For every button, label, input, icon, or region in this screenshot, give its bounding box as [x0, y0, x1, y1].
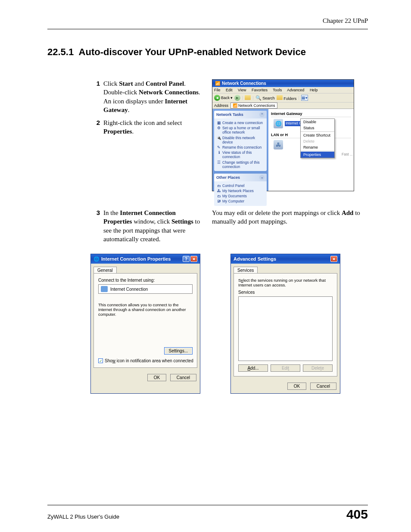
task-setup-network[interactable]: ⚙Set up a home or small office network — [217, 125, 264, 135]
side-pane: Network Tasks ⌃ ▦Create a new connection… — [212, 109, 268, 191]
menu-file[interactable]: File — [214, 88, 221, 92]
services-listbox[interactable] — [238, 296, 333, 361]
services-description: Select the services running on your netw… — [238, 278, 333, 287]
menu-favorites[interactable]: Favorites — [252, 88, 268, 92]
advanced-settings-dialog: Advanced Settings ✕ Services Select the … — [230, 254, 340, 394]
ctx-status[interactable]: Status — [301, 125, 334, 131]
internet-connection-properties-dialog: 🌐Internet Connection Properties ? ✕ Gene… — [90, 254, 200, 394]
dialog-title: Advanced Settings — [234, 256, 276, 261]
search-button[interactable]: 🔍 Search — [255, 95, 275, 101]
address-icon: 📶 — [233, 103, 237, 108]
cancel-button[interactable]: Cancel — [170, 374, 196, 381]
step-body: Right-click the icon and select Properti… — [103, 118, 203, 136]
place-control-panel[interactable]: 🗀Control Panel — [217, 183, 264, 188]
ok-button[interactable]: OK — [287, 383, 306, 390]
task-view-status[interactable]: ℹView status of this connection — [217, 150, 264, 159]
folders-button[interactable]: Folders — [277, 95, 297, 101]
tab-general[interactable]: General — [93, 267, 117, 274]
services-label: Services — [238, 290, 333, 295]
task-disable-device[interactable]: 🔌Disable this network device — [217, 135, 264, 145]
truncated-text: Fast ... — [342, 152, 353, 156]
step-body: Click Start and Control Panel. Double-cl… — [103, 79, 203, 114]
step-number: 2 — [90, 118, 100, 136]
dialog-title: Internet Connection Properties — [101, 256, 171, 261]
up-button[interactable] — [245, 95, 251, 101]
panel-header[interactable]: Other Places ⌄ — [214, 174, 267, 181]
cancel-button[interactable]: Cancel — [310, 383, 336, 390]
place-my-documents[interactable]: 🗀My Documents — [217, 193, 264, 199]
task-change-settings[interactable]: ☰Change settings of this connection — [217, 160, 264, 169]
connection-field-icon — [101, 286, 108, 292]
main-pane: Internet Gateway 🌐 Internet Connection L… — [268, 109, 354, 191]
step-1: 1 Click Start and Control Panel. Double-… — [90, 79, 203, 114]
ctx-disable[interactable]: Disable — [301, 119, 334, 125]
step-2: 2 Right-click the icon and select Proper… — [90, 118, 203, 136]
settings-button[interactable]: Settings... — [164, 347, 193, 355]
task-create-connection[interactable]: ▦Create a new connection — [217, 120, 264, 125]
menu-view[interactable]: View — [238, 88, 246, 92]
address-value: Network Connections — [238, 103, 275, 108]
context-menu[interactable]: Disable Status Create Shortcut Delete Re… — [300, 118, 335, 158]
place-my-computer[interactable]: 🖳My Computer — [217, 199, 264, 204]
close-button[interactable]: ✕ — [330, 256, 337, 262]
step-number: 1 — [90, 79, 100, 114]
ctx-delete: Delete — [301, 138, 334, 144]
dialog-titlebar[interactable]: 🌐Internet Connection Properties ? ✕ — [91, 254, 200, 264]
window-title: Network Connections — [222, 81, 266, 86]
menu-edit[interactable]: Edit — [226, 88, 233, 92]
toolbar: ◄ Back ▾ ► | | 🔍 Search Folders | ▦▾ — [212, 93, 354, 103]
footer-page-number: 405 — [346, 507, 368, 522]
folders-icon — [277, 95, 283, 100]
connection-icon: 🖧 — [274, 140, 283, 149]
close-button[interactable]: ✕ — [190, 256, 197, 262]
ctx-rename[interactable]: Rename — [301, 144, 334, 150]
dialog-icon: 🌐 — [93, 256, 100, 262]
network-tasks-panel: Network Tasks ⌃ ▦Create a new connection… — [214, 111, 267, 171]
delete-button: Delete — [303, 364, 333, 372]
panel-header[interactable]: Network Tasks ⌃ — [214, 111, 267, 118]
address-bar[interactable]: Address 📶 Network Connections — [212, 103, 354, 109]
dialog-titlebar[interactable]: Advanced Settings ✕ — [231, 254, 340, 264]
footer-guide-name: ZyWALL 2 Plus User's Guide — [47, 513, 119, 520]
connect-using-label: Connect to the Internet using: — [98, 278, 193, 283]
show-icon-checkbox[interactable]: ✓ Show icon in notification area when co… — [98, 358, 193, 363]
views-button[interactable]: ▦▾ — [301, 95, 308, 101]
page-footer: ZyWALL 2 Plus User's Guide 405 — [47, 505, 368, 522]
section-heading: 22.5.1 Auto-discover Your UPnP-enabled N… — [47, 47, 368, 58]
menu-bar[interactable]: File Edit View Favorites Tools Advanced … — [212, 87, 354, 93]
tab-services[interactable]: Services — [234, 267, 258, 274]
step-body: In the Internet Connection Properties wi… — [103, 208, 203, 243]
place-network-places[interactable]: 🖧My Network Places — [217, 188, 264, 193]
other-places-panel: Other Places ⌄ 🗀Control Panel 🖧My Networ… — [214, 174, 267, 206]
step-number: 3 — [90, 208, 100, 243]
section-title: Auto-discover Your UPnP-enabled Network … — [79, 47, 306, 57]
collapse-icon[interactable]: ⌃ — [259, 112, 265, 117]
address-label: Address — [214, 103, 228, 108]
right-note: You may edit or delete the port mappings… — [212, 208, 368, 226]
step-3: 3 In the Internet Connection Properties … — [90, 208, 203, 243]
forward-button[interactable]: ► — [234, 95, 240, 101]
checkbox-icon: ✓ — [98, 358, 103, 363]
search-icon: 🔍 — [255, 95, 262, 100]
connection-field[interactable]: Internet Connection — [98, 284, 193, 294]
menu-tools[interactable]: Tools — [273, 88, 282, 92]
section-number: 22.5.1 — [47, 47, 74, 57]
up-folder-icon — [245, 95, 251, 100]
menu-help[interactable]: Help — [310, 88, 318, 92]
group-internet-gateway: Internet Gateway — [271, 111, 351, 117]
task-rename-connection[interactable]: ✎Rename this connection — [217, 145, 264, 150]
back-icon: ◄ — [214, 95, 220, 101]
header-rule — [47, 29, 368, 29]
back-button[interactable]: ◄ Back ▾ — [214, 95, 233, 101]
add-button[interactable]: Add... — [238, 364, 268, 372]
network-connections-window: 📶 Network Connections File Edit View Fav… — [212, 79, 354, 191]
window-icon: 📶 — [215, 81, 220, 86]
ok-button[interactable]: OK — [147, 374, 166, 381]
help-button[interactable]: ? — [183, 256, 190, 262]
window-titlebar[interactable]: 📶 Network Connections — [212, 80, 354, 87]
edit-button: Edit — [271, 364, 300, 372]
collapse-icon[interactable]: ⌄ — [259, 175, 265, 180]
ctx-properties[interactable]: Properties — [301, 152, 334, 158]
menu-advanced[interactable]: Advanced — [287, 88, 304, 92]
ctx-create-shortcut[interactable]: Create Shortcut — [301, 132, 334, 138]
